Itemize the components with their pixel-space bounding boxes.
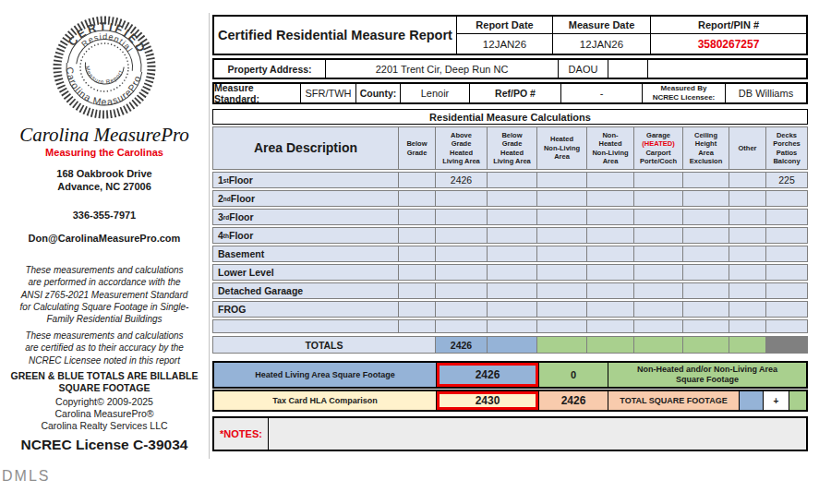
col-above-grade-heated: Above Grade Heated Living Area bbox=[435, 127, 487, 169]
table-cell bbox=[487, 283, 536, 298]
table-cell bbox=[633, 191, 682, 206]
report-page: CERTIFIED Residential Carolina MeasurePr… bbox=[0, 0, 831, 504]
company-address: 168 Oakbrook Drive Advance, NC 27006 bbox=[0, 167, 209, 194]
table-cell bbox=[682, 210, 729, 224]
svg-text:CERTIFIED: CERTIFIED bbox=[65, 16, 151, 58]
table-row-detached-garage: Detached Garaage bbox=[212, 282, 808, 299]
table-cell bbox=[586, 173, 633, 187]
measure-standard-value: SFR/TWH bbox=[300, 84, 355, 102]
table-cell bbox=[729, 265, 765, 280]
table-cell bbox=[765, 320, 807, 332]
ref-po-label: Ref/PO # bbox=[469, 84, 560, 102]
table-cell bbox=[729, 302, 765, 317]
row-label: Basement bbox=[213, 246, 398, 261]
row-label: 4th Floor bbox=[213, 228, 398, 243]
table-cell bbox=[398, 210, 435, 224]
property-empty-cell bbox=[608, 60, 647, 78]
seal-icon: CERTIFIED Residential Carolina MeasurePr… bbox=[43, 12, 165, 123]
col-nonheated-nonliving: Non- Heated Non-Living Area bbox=[586, 127, 633, 169]
table-cell bbox=[536, 283, 586, 298]
property-address-value: 2201 Trent Cir, Deep Run NC bbox=[325, 60, 558, 78]
measure-standard-label: Measure Standard: bbox=[214, 84, 300, 102]
brand-name: Carolina MeasurePro bbox=[0, 124, 209, 147]
property-code: DAOU bbox=[558, 60, 608, 78]
company-line-1: Carolina MeasurePro® bbox=[0, 408, 209, 419]
nonheated-value: 0 bbox=[538, 363, 608, 387]
table-cell bbox=[586, 302, 633, 317]
pin-label: Report/PIN # bbox=[651, 17, 806, 34]
table-cell bbox=[435, 302, 487, 317]
table-cell bbox=[487, 191, 536, 206]
tax-card-summary-row: Tax Card HLA Comparison 2430 2426 TOTAL … bbox=[212, 390, 808, 412]
totals-label: TOTALS bbox=[213, 337, 435, 353]
table-row-1st-floor: 1st Floor 2426 225 bbox=[212, 172, 808, 188]
table-cell bbox=[435, 191, 487, 206]
table-cell bbox=[536, 320, 586, 332]
pin-col: Report/PIN # 3580267257 bbox=[650, 17, 806, 54]
table-cell bbox=[586, 210, 633, 224]
area-description-header: Area Description bbox=[213, 127, 398, 169]
table-cell bbox=[435, 320, 487, 332]
table-cell bbox=[398, 320, 435, 332]
row-label: 2nd Floor bbox=[213, 191, 398, 206]
tax-card-value: 2430 bbox=[436, 391, 538, 410]
table-cell bbox=[487, 320, 536, 332]
legend-blue-cell bbox=[739, 391, 763, 410]
col-garage-heated: (HEATED) bbox=[642, 139, 674, 148]
table-cell bbox=[765, 302, 807, 317]
total-sqft-value: 2426 bbox=[538, 391, 608, 410]
measured-by-label: Measured By NCREC Licensee: bbox=[642, 84, 725, 102]
table-cell bbox=[398, 302, 435, 317]
table-cell bbox=[682, 228, 729, 243]
table-cell bbox=[487, 265, 536, 280]
measure-date-value: 12JAN26 bbox=[553, 34, 650, 54]
totals-garage bbox=[633, 337, 682, 353]
totals-ceiling bbox=[682, 337, 729, 353]
table-cell bbox=[536, 246, 586, 261]
table-cell bbox=[729, 173, 765, 187]
svg-text:Measure Report: Measure Report bbox=[82, 65, 124, 88]
notes-area bbox=[269, 418, 806, 450]
table-row-frog: FROG bbox=[212, 301, 808, 318]
table-cell bbox=[536, 173, 586, 187]
table-cell bbox=[729, 228, 765, 243]
totals-row: TOTALS 2426 bbox=[212, 336, 808, 354]
table-cell bbox=[536, 302, 586, 317]
table-cell bbox=[765, 210, 807, 224]
heated-living-label: Heated Living Area Square Footage bbox=[214, 363, 436, 387]
col-garage-line2: Carport bbox=[645, 149, 670, 157]
table-cell bbox=[682, 302, 729, 317]
copyright-line: Copyright© 2009-2025 bbox=[0, 396, 209, 407]
table-cell bbox=[682, 320, 729, 332]
property-address-label: Property Address: bbox=[214, 60, 325, 78]
row-label: 1st Floor bbox=[213, 173, 398, 187]
col-garage-line1: Garage bbox=[646, 131, 670, 139]
table-cell bbox=[633, 320, 682, 332]
notes-row: *NOTES: bbox=[212, 416, 808, 451]
table-cell bbox=[586, 246, 633, 261]
table-cell bbox=[765, 246, 807, 261]
totals-heated-nonliving bbox=[536, 337, 586, 353]
table-cell bbox=[729, 283, 765, 298]
table-cell bbox=[487, 210, 536, 224]
county-value: Lenoir bbox=[400, 84, 469, 102]
row-label: 3rd Floor bbox=[213, 210, 398, 224]
mls-watermark: DMLS bbox=[2, 468, 50, 485]
table-cell bbox=[729, 246, 765, 261]
table-row-3rd-floor: 3rd Floor bbox=[212, 209, 808, 225]
table-cell bbox=[765, 283, 807, 298]
col-below-grade: Below Grade bbox=[398, 127, 435, 169]
table-cell bbox=[435, 210, 487, 224]
table-cell bbox=[633, 173, 682, 187]
table-cell bbox=[398, 283, 435, 298]
table-cell bbox=[398, 173, 435, 187]
table-cell bbox=[398, 191, 435, 206]
row-label bbox=[213, 320, 398, 332]
measure-date-col: Measure Date 12JAN26 bbox=[552, 17, 650, 54]
table-cell bbox=[586, 283, 633, 298]
table-cell bbox=[682, 173, 729, 187]
col-ceiling-height: Ceiling Height Area Exclusion bbox=[682, 127, 729, 169]
table-cell bbox=[765, 191, 807, 206]
row-label: Lower Level bbox=[213, 265, 398, 280]
billable-note: GREEN & BLUE TOTALS ARE BILLABLE SQUARE … bbox=[0, 370, 209, 394]
